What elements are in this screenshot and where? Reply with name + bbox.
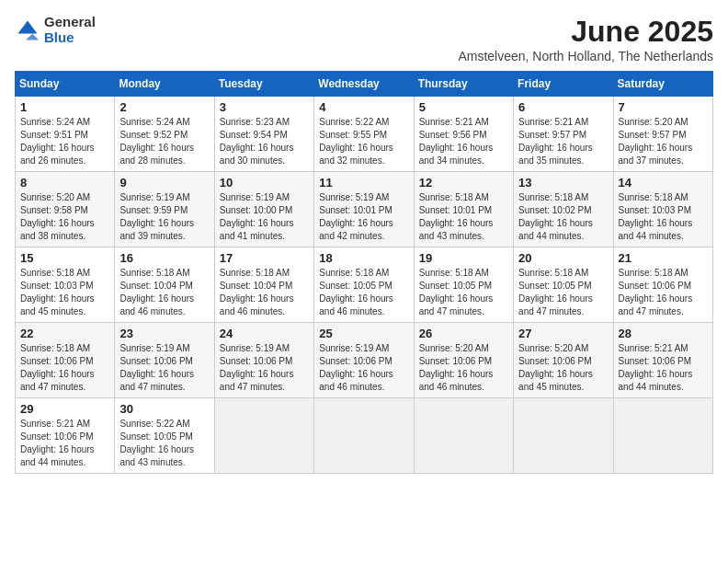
calendar-cell: [214, 398, 313, 474]
day-info: Sunrise: 5:21 AMSunset: 10:06 PMDaylight…: [619, 342, 708, 394]
day-number: 4: [319, 100, 408, 114]
calendar-cell: 23Sunrise: 5:19 AMSunset: 10:06 PMDaylig…: [115, 323, 214, 398]
day-number: 29: [20, 402, 109, 416]
calendar-header-row: Sunday Monday Tuesday Wednesday Thursday…: [16, 72, 713, 97]
calendar-cell: 18Sunrise: 5:18 AMSunset: 10:05 PMDaylig…: [314, 247, 414, 323]
calendar-week-row: 1Sunrise: 5:24 AMSunset: 9:51 PMDaylight…: [16, 97, 713, 172]
calendar-cell: 17Sunrise: 5:18 AMSunset: 10:04 PMDaylig…: [214, 247, 313, 323]
day-info: Sunrise: 5:18 AMSunset: 10:06 PMDaylight…: [619, 267, 708, 318]
day-number: 30: [119, 402, 209, 416]
day-number: 21: [619, 251, 708, 265]
logo-blue: Blue: [44, 29, 74, 45]
calendar-cell: 15Sunrise: 5:18 AMSunset: 10:03 PMDaylig…: [16, 247, 115, 323]
col-sunday: Sunday: [16, 72, 115, 97]
logo-text: General Blue: [44, 15, 96, 45]
calendar-week-row: 8Sunrise: 5:20 AMSunset: 9:58 PMDaylight…: [16, 172, 713, 247]
day-info: Sunrise: 5:18 AMSunset: 10:01 PMDaylight…: [419, 191, 508, 243]
calendar-cell: 24Sunrise: 5:19 AMSunset: 10:06 PMDaylig…: [214, 323, 313, 398]
calendar-cell: [514, 398, 613, 474]
logo-icon: [15, 17, 40, 43]
calendar-week-row: 22Sunrise: 5:18 AMSunset: 10:06 PMDaylig…: [16, 323, 713, 398]
calendar-cell: 14Sunrise: 5:18 AMSunset: 10:03 PMDaylig…: [613, 172, 712, 247]
logo: General Blue: [15, 15, 96, 45]
day-number: 23: [119, 327, 209, 340]
day-info: Sunrise: 5:19 AMSunset: 10:06 PMDaylight…: [319, 342, 408, 394]
day-info: Sunrise: 5:18 AMSunset: 10:05 PMDaylight…: [419, 267, 508, 318]
day-info: Sunrise: 5:18 AMSunset: 10:05 PMDaylight…: [518, 267, 608, 318]
svg-marker-1: [26, 33, 39, 40]
day-info: Sunrise: 5:21 AMSunset: 9:57 PMDaylight:…: [518, 116, 608, 167]
day-number: 10: [220, 176, 309, 190]
calendar-week-row: 15Sunrise: 5:18 AMSunset: 10:03 PMDaylig…: [16, 247, 713, 323]
calendar-cell: 21Sunrise: 5:18 AMSunset: 10:06 PMDaylig…: [613, 247, 712, 323]
calendar-cell: 29Sunrise: 5:21 AMSunset: 10:06 PMDaylig…: [16, 398, 115, 474]
day-info: Sunrise: 5:19 AMSunset: 9:59 PMDaylight:…: [119, 191, 209, 243]
day-number: 14: [619, 176, 708, 190]
header: General Blue June 2025 Amstelveen, North…: [15, 15, 713, 63]
day-info: Sunrise: 5:18 AMSunset: 10:05 PMDaylight…: [319, 267, 408, 318]
day-number: 27: [518, 327, 608, 340]
calendar-cell: 9Sunrise: 5:19 AMSunset: 9:59 PMDaylight…: [115, 172, 214, 247]
calendar-cell: [314, 398, 414, 474]
col-saturday: Saturday: [613, 72, 712, 97]
day-info: Sunrise: 5:18 AMSunset: 10:03 PMDaylight…: [20, 267, 109, 318]
logo-general: General: [44, 14, 96, 29]
calendar-cell: 10Sunrise: 5:19 AMSunset: 10:00 PMDaylig…: [214, 172, 313, 247]
calendar-cell: 3Sunrise: 5:23 AMSunset: 9:54 PMDaylight…: [214, 97, 313, 172]
day-number: 19: [419, 251, 508, 265]
calendar: Sunday Monday Tuesday Wednesday Thursday…: [15, 71, 713, 474]
col-thursday: Thursday: [414, 72, 513, 97]
day-info: Sunrise: 5:22 AMSunset: 9:55 PMDaylight:…: [319, 116, 408, 167]
calendar-cell: 16Sunrise: 5:18 AMSunset: 10:04 PMDaylig…: [115, 247, 214, 323]
calendar-cell: 6Sunrise: 5:21 AMSunset: 9:57 PMDaylight…: [514, 97, 613, 172]
month-title: June 2025: [458, 15, 713, 49]
day-info: Sunrise: 5:24 AMSunset: 9:52 PMDaylight:…: [119, 116, 209, 167]
day-number: 11: [319, 176, 408, 190]
day-info: Sunrise: 5:18 AMSunset: 10:02 PMDaylight…: [518, 191, 608, 243]
day-number: 18: [319, 251, 408, 265]
svg-marker-0: [18, 20, 38, 33]
calendar-cell: 1Sunrise: 5:24 AMSunset: 9:51 PMDaylight…: [16, 97, 115, 172]
day-number: 26: [419, 327, 508, 340]
calendar-cell: 13Sunrise: 5:18 AMSunset: 10:02 PMDaylig…: [514, 172, 613, 247]
calendar-cell: 22Sunrise: 5:18 AMSunset: 10:06 PMDaylig…: [16, 323, 115, 398]
day-info: Sunrise: 5:22 AMSunset: 10:05 PMDaylight…: [119, 418, 209, 469]
day-info: Sunrise: 5:20 AMSunset: 10:06 PMDaylight…: [419, 342, 508, 394]
day-info: Sunrise: 5:21 AMSunset: 9:56 PMDaylight:…: [419, 116, 508, 167]
day-info: Sunrise: 5:18 AMSunset: 10:04 PMDaylight…: [220, 267, 309, 318]
calendar-cell: 8Sunrise: 5:20 AMSunset: 9:58 PMDaylight…: [16, 172, 115, 247]
calendar-week-row: 29Sunrise: 5:21 AMSunset: 10:06 PMDaylig…: [16, 398, 713, 474]
calendar-cell: 2Sunrise: 5:24 AMSunset: 9:52 PMDaylight…: [115, 97, 214, 172]
day-info: Sunrise: 5:18 AMSunset: 10:06 PMDaylight…: [20, 342, 109, 394]
col-wednesday: Wednesday: [314, 72, 414, 97]
day-info: Sunrise: 5:19 AMSunset: 10:06 PMDaylight…: [119, 342, 209, 394]
day-info: Sunrise: 5:19 AMSunset: 10:06 PMDaylight…: [220, 342, 309, 394]
col-tuesday: Tuesday: [214, 72, 313, 97]
day-number: 20: [518, 251, 608, 265]
day-number: 8: [20, 176, 109, 190]
day-number: 13: [518, 176, 608, 190]
day-number: 22: [20, 327, 109, 340]
title-area: June 2025 Amstelveen, North Holland, The…: [458, 15, 713, 63]
calendar-cell: 28Sunrise: 5:21 AMSunset: 10:06 PMDaylig…: [613, 323, 712, 398]
col-friday: Friday: [514, 72, 613, 97]
day-info: Sunrise: 5:20 AMSunset: 9:58 PMDaylight:…: [20, 191, 109, 243]
calendar-cell: 30Sunrise: 5:22 AMSunset: 10:05 PMDaylig…: [115, 398, 214, 474]
calendar-cell: 20Sunrise: 5:18 AMSunset: 10:05 PMDaylig…: [514, 247, 613, 323]
day-info: Sunrise: 5:20 AMSunset: 10:06 PMDaylight…: [518, 342, 608, 394]
calendar-cell: [613, 398, 712, 474]
calendar-cell: 5Sunrise: 5:21 AMSunset: 9:56 PMDaylight…: [414, 97, 513, 172]
calendar-cell: 27Sunrise: 5:20 AMSunset: 10:06 PMDaylig…: [514, 323, 613, 398]
day-info: Sunrise: 5:19 AMSunset: 10:01 PMDaylight…: [319, 191, 408, 243]
day-number: 3: [220, 100, 309, 114]
day-info: Sunrise: 5:23 AMSunset: 9:54 PMDaylight:…: [220, 116, 309, 167]
day-number: 5: [419, 100, 508, 114]
day-number: 1: [20, 100, 109, 114]
calendar-cell: 4Sunrise: 5:22 AMSunset: 9:55 PMDaylight…: [314, 97, 414, 172]
day-number: 24: [220, 327, 309, 340]
day-number: 6: [518, 100, 608, 114]
day-number: 15: [20, 251, 109, 265]
day-number: 2: [119, 100, 209, 114]
calendar-cell: 12Sunrise: 5:18 AMSunset: 10:01 PMDaylig…: [414, 172, 513, 247]
day-number: 16: [119, 251, 209, 265]
